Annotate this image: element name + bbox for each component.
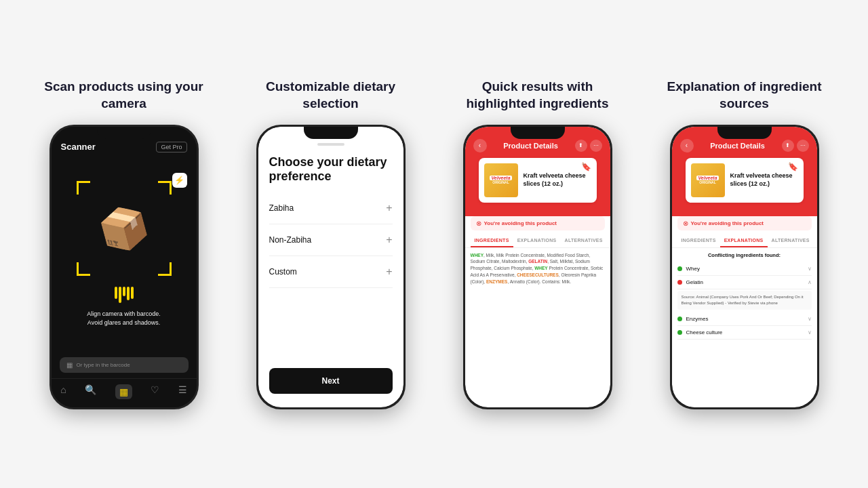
ingredients-text-3: WHEY, Milk, Milk Protein Concentrate, Mo… <box>471 252 605 285</box>
explanations-content: Conflicting ingredients found: Whey ∨ Ge… <box>672 248 817 407</box>
enzymes-highlight: ENZYMES <box>486 279 507 284</box>
explanations-screen: ‹ Product Details ⬆ ⋯ Velveeta ORIGINAL <box>672 127 817 407</box>
bookmark-icon-4[interactable]: 🔖 <box>788 162 798 171</box>
explanations-title: Explanation of ingredient sources <box>663 79 826 112</box>
non-zabiha-label: Non-Zabiha <box>269 235 312 245</box>
back-button-3[interactable]: ‹ <box>473 139 487 152</box>
zabiha-plus-icon[interactable]: + <box>386 202 392 214</box>
header-actions-4: ⬆ ⋯ <box>782 140 809 152</box>
flash-button[interactable]: ⚡ <box>172 173 187 188</box>
gelatin-ingredient-name: Gelatin <box>686 279 808 285</box>
gelatin-dot <box>677 280 682 285</box>
results-screen: ‹ Product Details ⬆ ⋯ Velveeta ORIGINAL <box>465 127 610 407</box>
whey-ingredient-row[interactable]: Whey ∨ <box>677 262 812 276</box>
non-zabiha-plus-icon[interactable]: + <box>386 234 392 246</box>
bookmark-icon-3[interactable]: 🔖 <box>581 162 591 171</box>
cheese-culture-ingredient-name: Cheese culture <box>686 329 808 336</box>
product-name-3: Kraft velveeta cheese slices (12 oz.) <box>524 172 591 188</box>
whey-ingredient-name: Whey <box>686 266 808 272</box>
non-zabiha-option[interactable]: Non-Zabiha + <box>269 224 393 256</box>
scanner-title: Scan products using your camera <box>43 79 205 112</box>
dietary-screen: Choose your dietary preference Zabiha + … <box>258 127 403 407</box>
cheesecultures-highlight: CHEESECULTURES <box>517 272 559 277</box>
cheese-culture-chevron-icon: ∨ <box>808 329 812 336</box>
corner-bl <box>77 262 90 276</box>
tab-alternatives-4[interactable]: ALTERNATIVES <box>768 235 814 247</box>
scanner-viewfinder: 📦 <box>77 181 172 276</box>
dietary-screen-title: Choose your dietary preference <box>269 155 393 184</box>
enzymes-ingredient-row[interactable]: Enzymes ∨ <box>677 312 812 326</box>
gelatin-chevron-icon: ∧ <box>808 279 812 285</box>
product-tabs-4: INGREDIENTS EXPLANATIONS ALTERNATIVES <box>672 235 817 248</box>
bottom-sheet-handle <box>317 143 344 146</box>
corner-tr <box>158 181 172 195</box>
tab-explanations-3[interactable]: EXPLANATIONS <box>513 235 561 247</box>
corner-br <box>158 262 172 276</box>
back-button-4[interactable]: ‹ <box>680 139 694 152</box>
results-title: Quick results with highlighted ingredien… <box>456 79 619 112</box>
zabiha-label: Zabiha <box>269 203 294 213</box>
more-button-4[interactable]: ⋯ <box>797 140 809 152</box>
product-card-3: Velveeta ORIGINAL Kraft velveeta cheese … <box>479 158 597 203</box>
tab-alternatives-3[interactable]: ALTERNATIVES <box>561 235 607 247</box>
bar-1 <box>115 287 117 299</box>
nav-barcode-icon[interactable]: ▦ <box>115 384 132 399</box>
scanner-illustration: 📦 <box>93 199 155 258</box>
scanner-app-title: Scanner <box>61 142 96 152</box>
product-image-3: Velveeta ORIGINAL <box>484 163 518 197</box>
phone-notch-4 <box>717 127 772 139</box>
get-pro-button[interactable]: Get Pro <box>156 142 186 152</box>
custom-plus-icon[interactable]: + <box>386 266 392 278</box>
barcode-input-area[interactable]: ▦ Or type in the barcode <box>60 357 189 373</box>
dietary-phone: Choose your dietary preference Zabiha + … <box>256 125 406 409</box>
tab-ingredients-3[interactable]: INGREDIENTS <box>471 235 513 247</box>
bar-3 <box>123 287 125 296</box>
gelatin-highlight: GELATIN <box>528 259 547 264</box>
custom-label: Custom <box>269 267 297 277</box>
gelatin-source-text: Source: Animal (Company Uses Pork And Or… <box>682 294 808 306</box>
phone-notch-3 <box>511 127 565 139</box>
product-header-title-3: Product Details <box>503 142 558 150</box>
more-button-3[interactable]: ⋯ <box>590 140 602 152</box>
results-phone: ‹ Product Details ⬆ ⋯ Velveeta ORIGINAL <box>463 125 612 409</box>
avoid-icon-4: ⊗ <box>683 220 688 227</box>
zabiha-option[interactable]: Zabiha + <box>269 192 393 224</box>
gelatin-expanded-content: Source: Animal (Company Uses Pork And Or… <box>677 291 812 310</box>
share-button-4[interactable]: ⬆ <box>782 140 794 152</box>
conflict-title: Conflicting ingredients found: <box>677 252 812 258</box>
phone-notch-2 <box>304 127 358 139</box>
whey-chevron-icon: ∨ <box>808 266 812 272</box>
scanner-nav-bar: ⌂ 🔍 ▦ ♡ ☰ <box>52 378 197 407</box>
product-card-4: Velveeta ORIGINAL Kraft velveeta cheese … <box>686 158 804 203</box>
explanations-phone: ‹ Product Details ⬆ ⋯ Velveeta ORIGINAL <box>670 125 819 409</box>
enzymes-chevron-icon: ∨ <box>808 316 812 322</box>
phone-notch-1 <box>97 127 151 139</box>
tab-ingredients-4[interactable]: INGREDIENTS <box>677 235 720 247</box>
scanner-hint: Align camera with barcode.Avoid glares a… <box>87 310 161 327</box>
barcode-indicator <box>115 287 134 303</box>
nav-search-icon[interactable]: 🔍 <box>85 384 96 399</box>
custom-option[interactable]: Custom + <box>269 256 393 288</box>
main-container: Scan products using your camera Scanner … <box>0 58 868 429</box>
barcode-small-icon: ▦ <box>66 361 73 369</box>
cheese-culture-dot <box>677 330 682 335</box>
bar-4 <box>127 287 130 300</box>
nav-favorite-icon[interactable]: ♡ <box>151 384 159 399</box>
barcode-input-placeholder[interactable]: Or type in the barcode <box>77 362 130 368</box>
bar-2 <box>119 287 121 303</box>
cheese-culture-ingredient-row[interactable]: Cheese culture ∨ <box>677 326 812 340</box>
nav-menu-icon[interactable]: ☰ <box>178 384 187 399</box>
avoid-badge-4: ⊗ You're avoiding this product <box>677 216 812 230</box>
nav-home-icon[interactable]: ⌂ <box>60 384 66 399</box>
dietary-column: Customizable dietary selection Choose yo… <box>234 79 427 409</box>
avoid-icon-3: ⊗ <box>476 220 481 227</box>
next-button[interactable]: Next <box>269 368 393 394</box>
product-image-4: Velveeta ORIGINAL <box>691 163 725 197</box>
avoid-badge-3: ⊗ You're avoiding this product <box>471 216 605 230</box>
whey-dot <box>677 266 682 271</box>
tab-explanations-4[interactable]: EXPLANATIONS <box>720 235 768 247</box>
gelatin-ingredient-row[interactable]: Gelatin ∧ <box>677 276 812 289</box>
corner-tl <box>77 181 90 195</box>
avoid-text-3: You're avoiding this product <box>484 220 557 226</box>
share-button-3[interactable]: ⬆ <box>575 140 587 152</box>
